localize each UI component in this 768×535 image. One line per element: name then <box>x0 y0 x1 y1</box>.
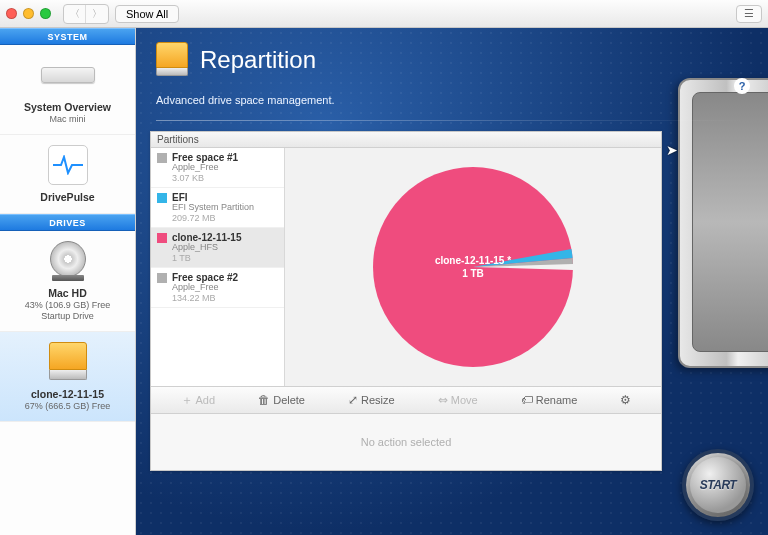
resize-button[interactable]: ⤢Resize <box>348 393 395 407</box>
partition-item[interactable]: Free space #1 Apple_Free 3.07 KB <box>151 148 284 188</box>
sidebar: SYSTEM System Overview Mac mini DrivePul… <box>0 28 136 535</box>
settings-button[interactable]: ⚙ <box>620 393 631 407</box>
partition-item[interactable]: Free space #2 Apple_Free 134.22 MB <box>151 268 284 308</box>
header-divider <box>156 120 748 121</box>
partition-size: 134.22 MB <box>172 293 238 303</box>
page-title: Repartition <box>200 46 316 74</box>
partition-size: 209.72 MB <box>172 213 254 223</box>
partition-type: Apple_Free <box>172 163 238 173</box>
partition-size: 3.07 KB <box>172 173 238 183</box>
partition-list: Free space #1 Apple_Free 3.07 KB EFI EFI… <box>151 148 285 386</box>
nav-buttons: 〈 〉 <box>63 4 109 24</box>
sidebar-item-sub2: Startup Drive <box>4 311 131 321</box>
status-area: No action selected <box>151 414 661 470</box>
list-view-button[interactable]: ☰ <box>736 5 762 23</box>
internal-drive-icon <box>50 241 86 281</box>
sidebar-item-system-overview[interactable]: System Overview Mac mini <box>0 45 135 135</box>
help-icon[interactable]: ? <box>734 78 750 94</box>
sidebar-item-drive-clone[interactable]: clone-12-11-15 67% (666.5 GB) Free <box>0 332 135 422</box>
partition-type: Apple_HFS <box>172 243 241 253</box>
drive-illustration <box>678 78 768 378</box>
drivepulse-icon <box>48 145 88 185</box>
sidebar-item-label: System Overview <box>4 101 131 113</box>
sidebar-item-label: clone-12-11-15 <box>4 388 131 400</box>
show-all-button[interactable]: Show All <box>115 5 179 23</box>
action-bar: ＋Add 🗑Delete ⤢Resize ⇔Move 🏷Rename ⚙ <box>151 386 661 414</box>
sidebar-item-label: Mac HD <box>4 287 131 299</box>
partition-type: EFI System Partition <box>172 203 254 213</box>
sidebar-item-sub: 43% (106.9 GB) Free <box>4 300 131 310</box>
partition-pie-chart[interactable]: clone-12-11-15 * 1 TB <box>285 148 661 386</box>
sidebar-item-drive-machd[interactable]: Mac HD 43% (106.9 GB) Free Startup Drive <box>0 231 135 332</box>
partition-swatch-icon <box>157 193 167 203</box>
partition-item[interactable]: EFI EFI System Partition 209.72 MB <box>151 188 284 228</box>
partition-item[interactable]: clone-12-11-15 Apple_HFS 1 TB <box>151 228 284 268</box>
mac-mini-icon <box>41 67 95 83</box>
sidebar-item-sub: 67% (666.5 GB) Free <box>4 401 131 411</box>
move-button[interactable]: ⇔Move <box>438 393 478 407</box>
sidebar-item-drivepulse[interactable]: DrivePulse <box>0 135 135 214</box>
zoom-window-button[interactable] <box>40 8 51 19</box>
page-header: Repartition ? Advanced drive space manag… <box>136 28 768 114</box>
partition-swatch-icon <box>157 233 167 243</box>
back-button[interactable]: 〈 <box>64 5 86 23</box>
tag-icon: 🏷 <box>521 393 533 407</box>
close-window-button[interactable] <box>6 8 17 19</box>
main-content: ➤ Repartition ? Advanced drive space man… <box>136 28 768 535</box>
rename-button[interactable]: 🏷Rename <box>521 393 578 407</box>
start-button[interactable]: START <box>682 449 754 521</box>
forward-button[interactable]: 〉 <box>86 5 108 23</box>
external-drive-icon <box>49 342 87 382</box>
partition-panel: Partitions Free space #1 Apple_Free 3.07… <box>150 131 662 471</box>
start-button-label: START <box>690 457 746 513</box>
move-icon: ⇔ <box>438 393 448 407</box>
pie-center-label: clone-12-11-15 * 1 TB <box>435 254 511 280</box>
partition-size: 1 TB <box>172 253 241 263</box>
traffic-lights <box>6 8 51 19</box>
repartition-icon <box>156 42 188 78</box>
page-subtitle: Advanced drive space management. <box>156 94 748 106</box>
sidebar-section-drives: DRIVES <box>0 214 135 231</box>
delete-button[interactable]: 🗑Delete <box>258 393 305 407</box>
trash-icon: 🗑 <box>258 393 270 407</box>
minimize-window-button[interactable] <box>23 8 34 19</box>
window-toolbar: 〈 〉 Show All ☰ <box>0 0 768 28</box>
partition-type: Apple_Free <box>172 283 238 293</box>
gear-icon: ⚙ <box>620 393 631 407</box>
sidebar-item-label: DrivePulse <box>4 191 131 203</box>
sidebar-section-system: SYSTEM <box>0 28 135 45</box>
partition-swatch-icon <box>157 273 167 283</box>
resize-icon: ⤢ <box>348 393 358 407</box>
status-text: No action selected <box>361 436 452 448</box>
add-button[interactable]: ＋Add <box>181 392 216 409</box>
partition-swatch-icon <box>157 153 167 163</box>
partitions-header: Partitions <box>151 132 661 148</box>
plus-icon: ＋ <box>181 392 193 409</box>
sidebar-item-sub: Mac mini <box>4 114 131 124</box>
